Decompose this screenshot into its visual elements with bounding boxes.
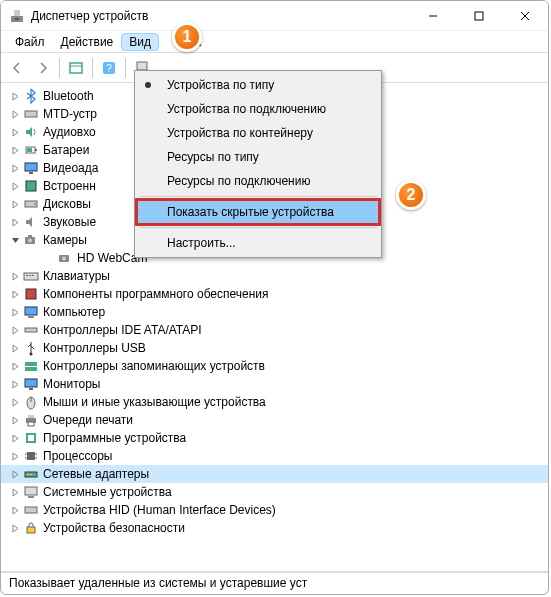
chevron-right-icon[interactable] [9,468,21,480]
cpu-icon [23,448,39,464]
svg-rect-30 [32,275,34,276]
tree-node[interactable]: Контроллеры USB [1,339,548,357]
chevron-right-icon[interactable] [9,378,21,390]
chevron-right-icon[interactable] [9,108,21,120]
camera-icon [57,250,73,266]
tree-node[interactable]: Процессоры [1,447,548,465]
menu-resources-by-connection[interactable]: Ресурсы по подключению [137,169,379,193]
printer-icon [23,412,39,428]
forward-button[interactable] [31,56,55,80]
hid-icon [23,502,39,518]
computer-icon [23,304,39,320]
svg-rect-43 [28,415,34,418]
tree-node[interactable]: Устройства безопасности [1,519,548,537]
svg-rect-11 [137,62,147,70]
window-title: Диспетчер устройств [31,9,410,23]
separator [125,58,126,78]
chevron-right-icon[interactable] [9,90,21,102]
minimize-button[interactable] [410,1,456,31]
bluetooth-icon [23,88,39,104]
window-controls [410,1,548,31]
svg-rect-56 [28,496,34,498]
tree-node[interactable]: Компьютер [1,303,548,321]
chevron-right-icon[interactable] [9,396,21,408]
menu-view[interactable]: Вид [121,33,159,51]
chevron-right-icon[interactable] [9,306,21,318]
tree-node[interactable]: Контроллеры запоминающих устройств [1,357,548,375]
chevron-right-icon[interactable] [9,522,21,534]
chevron-right-icon[interactable] [9,342,21,354]
menu-devices-by-container[interactable]: Устройства по контейнеру [137,121,379,145]
separator [139,227,377,228]
chevron-right-icon[interactable] [9,162,21,174]
menu-resources-by-type[interactable]: Ресурсы по типу [137,145,379,169]
close-button[interactable] [502,1,548,31]
show-hide-button[interactable] [64,56,88,80]
mouse-icon [23,394,39,410]
help-button[interactable]: ? [97,56,121,80]
tree-node[interactable]: Контроллеры IDE ATA/ATAPI [1,321,548,339]
node-label: Видеоада [43,161,98,175]
svg-rect-54 [30,474,32,475]
tree-node[interactable]: Мониторы [1,375,548,393]
menu-devices-by-type[interactable]: Устройства по типу [137,73,379,97]
tree-node[interactable]: Мыши и иные указывающие устройства [1,393,548,411]
tree-node[interactable]: Системные устройства [1,483,548,501]
svg-rect-53 [27,474,29,475]
tree-node[interactable]: Клавиатуры [1,267,548,285]
svg-rect-47 [27,452,35,460]
chevron-right-icon[interactable] [9,432,21,444]
software-icon [23,286,39,302]
chevron-right-icon[interactable] [9,270,21,282]
menu-action[interactable]: Действие [53,33,122,51]
software-device-icon [23,430,39,446]
chevron-right-icon[interactable] [9,450,21,462]
tree-node[interactable]: Устройства HID (Human Interface Devices) [1,501,548,519]
chevron-right-icon[interactable] [9,126,21,138]
svg-rect-13 [25,111,37,117]
node-label: Звуковые [43,215,96,229]
chevron-down-icon[interactable] [9,234,21,246]
tree-node[interactable]: Программные устройства [1,429,548,447]
audio-icon [23,124,39,140]
back-button[interactable] [5,56,29,80]
tree-node[interactable]: Компоненты программного обеспечения [1,285,548,303]
keyboard-icon [23,268,39,284]
chevron-right-icon[interactable] [9,486,21,498]
chevron-right-icon[interactable] [9,180,21,192]
menu-file[interactable]: Файл [7,33,53,51]
separator [59,58,60,78]
node-label: Батареи [43,143,89,157]
bullet-icon [145,82,151,88]
svg-rect-24 [28,235,32,237]
svg-rect-55 [25,487,37,495]
chevron-right-icon[interactable] [9,414,21,426]
maximize-button[interactable] [456,1,502,31]
chevron-right-icon[interactable] [9,144,21,156]
chevron-right-icon[interactable] [9,288,21,300]
separator [92,58,93,78]
menubar: Файл Действие Вид ка [1,31,548,53]
chevron-right-icon[interactable] [9,504,21,516]
tree-node[interactable]: Очереди печати [1,411,548,429]
svg-rect-36 [25,362,37,366]
svg-rect-4 [475,12,483,20]
menu-customize[interactable]: Настроить... [137,231,379,255]
node-label: Контроллеры IDE ATA/ATAPI [43,323,202,337]
chevron-right-icon[interactable] [9,360,21,372]
status-bar: Показывает удаленные из системы и устаре… [1,572,548,594]
svg-rect-7 [70,63,82,73]
svg-rect-46 [28,435,34,441]
menu-show-hidden-devices[interactable]: Показать скрытые устройства [137,200,379,224]
menu-devices-by-connection[interactable]: Устройства по подключению [137,97,379,121]
node-label: Контроллеры запоминающих устройств [43,359,265,373]
svg-rect-1 [14,10,20,16]
node-label: Встроенн [43,179,96,193]
svg-rect-19 [26,181,36,191]
disk-icon [23,196,39,212]
chevron-right-icon[interactable] [9,324,21,336]
tree-node-selected[interactable]: Сетевые адаптеры [1,465,548,483]
chevron-right-icon[interactable] [9,198,21,210]
chevron-right-icon[interactable] [9,216,21,228]
node-label: Камеры [43,233,87,247]
